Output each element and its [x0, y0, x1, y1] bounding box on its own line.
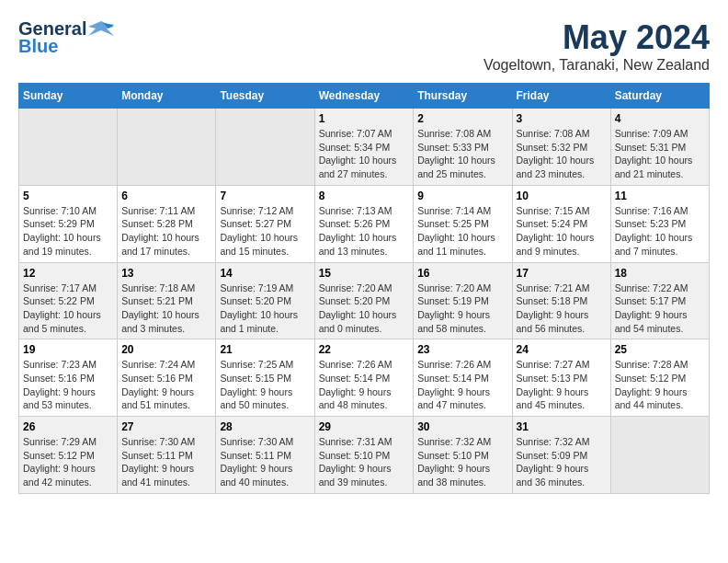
- col-header-wednesday: Wednesday: [314, 84, 414, 109]
- calendar-cell: 16Sunrise: 7:20 AMSunset: 5:19 PMDayligh…: [414, 262, 512, 339]
- day-info: Sunrise: 7:30 AMSunset: 5:11 PMDaylight:…: [220, 435, 310, 489]
- calendar-cell: [610, 417, 709, 494]
- calendar-cell: 28Sunrise: 7:30 AMSunset: 5:11 PMDayligh…: [216, 417, 314, 494]
- calendar-cell: 24Sunrise: 7:27 AMSunset: 5:13 PMDayligh…: [512, 339, 610, 417]
- day-number: 21: [220, 343, 310, 356]
- col-header-tuesday: Tuesday: [216, 84, 314, 109]
- calendar-cell: 1Sunrise: 7:07 AMSunset: 5:34 PMDaylight…: [314, 109, 414, 186]
- calendar-cell: 14Sunrise: 7:19 AMSunset: 5:20 PMDayligh…: [216, 262, 314, 339]
- calendar-cell: 6Sunrise: 7:11 AMSunset: 5:28 PMDaylight…: [118, 185, 216, 262]
- day-info: Sunrise: 7:15 AMSunset: 5:24 PMDaylight:…: [517, 204, 607, 259]
- calendar-cell: 9Sunrise: 7:14 AMSunset: 5:25 PMDaylight…: [414, 185, 512, 262]
- calendar-cell: 2Sunrise: 7:08 AMSunset: 5:33 PMDaylight…: [414, 109, 512, 186]
- day-info: Sunrise: 7:26 AMSunset: 5:14 PMDaylight:…: [319, 358, 410, 412]
- page-header: General Blue May 2024 Vogeltown, Taranak…: [18, 18, 710, 74]
- day-info: Sunrise: 7:28 AMSunset: 5:12 PMDaylight:…: [615, 358, 705, 412]
- day-number: 2: [417, 112, 507, 125]
- day-info: Sunrise: 7:29 AMSunset: 5:12 PMDaylight:…: [23, 435, 113, 489]
- calendar-cell: 18Sunrise: 7:22 AMSunset: 5:17 PMDayligh…: [610, 262, 709, 339]
- day-number: 26: [23, 420, 113, 433]
- day-number: 18: [615, 267, 705, 280]
- calendar-week-row: 5Sunrise: 7:10 AMSunset: 5:29 PMDaylight…: [19, 185, 710, 262]
- calendar-cell: 27Sunrise: 7:30 AMSunset: 5:11 PMDayligh…: [118, 417, 216, 494]
- calendar-cell: 26Sunrise: 7:29 AMSunset: 5:12 PMDayligh…: [19, 417, 118, 494]
- day-info: Sunrise: 7:12 AMSunset: 5:27 PMDaylight:…: [220, 204, 310, 259]
- day-number: 10: [517, 190, 607, 202]
- day-number: 17: [517, 267, 607, 280]
- logo: General Blue: [18, 18, 114, 57]
- calendar-cell: [19, 109, 118, 186]
- day-number: 19: [23, 343, 113, 356]
- day-number: 15: [319, 267, 410, 280]
- day-number: 24: [517, 343, 607, 356]
- col-header-sunday: Sunday: [19, 84, 118, 109]
- day-info: Sunrise: 7:10 AMSunset: 5:29 PMDaylight:…: [23, 204, 113, 259]
- calendar-cell: 29Sunrise: 7:31 AMSunset: 5:10 PMDayligh…: [314, 417, 414, 494]
- calendar-cell: 4Sunrise: 7:09 AMSunset: 5:31 PMDaylight…: [610, 109, 709, 186]
- col-header-saturday: Saturday: [610, 84, 709, 109]
- calendar-cell: [216, 109, 314, 186]
- calendar-cell: 3Sunrise: 7:08 AMSunset: 5:32 PMDaylight…: [512, 109, 610, 186]
- calendar-cell: 12Sunrise: 7:17 AMSunset: 5:22 PMDayligh…: [19, 262, 118, 339]
- day-number: 5: [23, 190, 113, 202]
- title-block: May 2024 Vogeltown, Taranaki, New Zealan…: [483, 18, 710, 74]
- day-number: 11: [615, 190, 705, 202]
- calendar-cell: 5Sunrise: 7:10 AMSunset: 5:29 PMDaylight…: [19, 185, 118, 262]
- calendar-cell: 11Sunrise: 7:16 AMSunset: 5:23 PMDayligh…: [610, 185, 709, 262]
- day-info: Sunrise: 7:20 AMSunset: 5:19 PMDaylight:…: [417, 282, 507, 336]
- day-info: Sunrise: 7:19 AMSunset: 5:20 PMDaylight:…: [220, 282, 310, 336]
- day-info: Sunrise: 7:23 AMSunset: 5:16 PMDaylight:…: [23, 358, 113, 412]
- calendar-cell: 22Sunrise: 7:26 AMSunset: 5:14 PMDayligh…: [314, 339, 414, 417]
- calendar-cell: 8Sunrise: 7:13 AMSunset: 5:26 PMDaylight…: [314, 185, 414, 262]
- day-info: Sunrise: 7:32 AMSunset: 5:10 PMDaylight:…: [417, 435, 507, 489]
- day-info: Sunrise: 7:08 AMSunset: 5:32 PMDaylight:…: [517, 127, 607, 181]
- day-info: Sunrise: 7:18 AMSunset: 5:21 PMDaylight:…: [121, 282, 211, 336]
- day-number: 31: [517, 420, 607, 433]
- day-number: 6: [121, 190, 211, 202]
- day-info: Sunrise: 7:32 AMSunset: 5:09 PMDaylight:…: [517, 435, 607, 489]
- calendar-week-row: 1Sunrise: 7:07 AMSunset: 5:34 PMDaylight…: [19, 109, 710, 186]
- calendar-cell: 15Sunrise: 7:20 AMSunset: 5:20 PMDayligh…: [314, 262, 414, 339]
- calendar-cell: 17Sunrise: 7:21 AMSunset: 5:18 PMDayligh…: [512, 262, 610, 339]
- day-info: Sunrise: 7:16 AMSunset: 5:23 PMDaylight:…: [615, 204, 705, 259]
- day-info: Sunrise: 7:14 AMSunset: 5:25 PMDaylight:…: [417, 204, 507, 259]
- day-number: 8: [319, 190, 410, 202]
- day-info: Sunrise: 7:26 AMSunset: 5:14 PMDaylight:…: [417, 358, 507, 412]
- day-info: Sunrise: 7:21 AMSunset: 5:18 PMDaylight:…: [517, 282, 607, 336]
- col-header-friday: Friday: [512, 84, 610, 109]
- day-info: Sunrise: 7:08 AMSunset: 5:33 PMDaylight:…: [417, 127, 507, 181]
- day-info: Sunrise: 7:17 AMSunset: 5:22 PMDaylight:…: [23, 282, 113, 336]
- calendar-cell: 21Sunrise: 7:25 AMSunset: 5:15 PMDayligh…: [216, 339, 314, 417]
- calendar-cell: 10Sunrise: 7:15 AMSunset: 5:24 PMDayligh…: [512, 185, 610, 262]
- day-number: 25: [615, 343, 705, 356]
- logo-blue-text: Blue: [18, 36, 58, 57]
- day-info: Sunrise: 7:13 AMSunset: 5:26 PMDaylight:…: [319, 204, 410, 259]
- col-header-monday: Monday: [118, 84, 216, 109]
- day-info: Sunrise: 7:09 AMSunset: 5:31 PMDaylight:…: [615, 127, 705, 181]
- col-header-thursday: Thursday: [414, 84, 512, 109]
- day-number: 9: [417, 190, 507, 202]
- calendar-cell: 30Sunrise: 7:32 AMSunset: 5:10 PMDayligh…: [414, 417, 512, 494]
- day-info: Sunrise: 7:11 AMSunset: 5:28 PMDaylight:…: [121, 204, 211, 259]
- calendar-table: SundayMondayTuesdayWednesdayThursdayFrid…: [18, 83, 710, 494]
- day-info: Sunrise: 7:24 AMSunset: 5:16 PMDaylight:…: [121, 358, 211, 412]
- calendar-cell: 20Sunrise: 7:24 AMSunset: 5:16 PMDayligh…: [118, 339, 216, 417]
- calendar-header-row: SundayMondayTuesdayWednesdayThursdayFrid…: [19, 84, 710, 109]
- calendar-cell: 13Sunrise: 7:18 AMSunset: 5:21 PMDayligh…: [118, 262, 216, 339]
- day-number: 27: [121, 420, 211, 433]
- day-number: 22: [319, 343, 410, 356]
- calendar-cell: 23Sunrise: 7:26 AMSunset: 5:14 PMDayligh…: [414, 339, 512, 417]
- day-number: 23: [417, 343, 507, 356]
- day-number: 12: [23, 267, 113, 280]
- calendar-cell: 25Sunrise: 7:28 AMSunset: 5:12 PMDayligh…: [610, 339, 709, 417]
- calendar-week-row: 19Sunrise: 7:23 AMSunset: 5:16 PMDayligh…: [19, 339, 710, 417]
- calendar-week-row: 26Sunrise: 7:29 AMSunset: 5:12 PMDayligh…: [19, 417, 710, 494]
- day-number: 4: [615, 112, 705, 125]
- day-number: 20: [121, 343, 211, 356]
- day-info: Sunrise: 7:27 AMSunset: 5:13 PMDaylight:…: [517, 358, 607, 412]
- day-info: Sunrise: 7:30 AMSunset: 5:11 PMDaylight:…: [121, 435, 211, 489]
- day-number: 29: [319, 420, 410, 433]
- day-info: Sunrise: 7:07 AMSunset: 5:34 PMDaylight:…: [319, 127, 410, 181]
- day-info: Sunrise: 7:20 AMSunset: 5:20 PMDaylight:…: [319, 282, 410, 336]
- calendar-week-row: 12Sunrise: 7:17 AMSunset: 5:22 PMDayligh…: [19, 262, 710, 339]
